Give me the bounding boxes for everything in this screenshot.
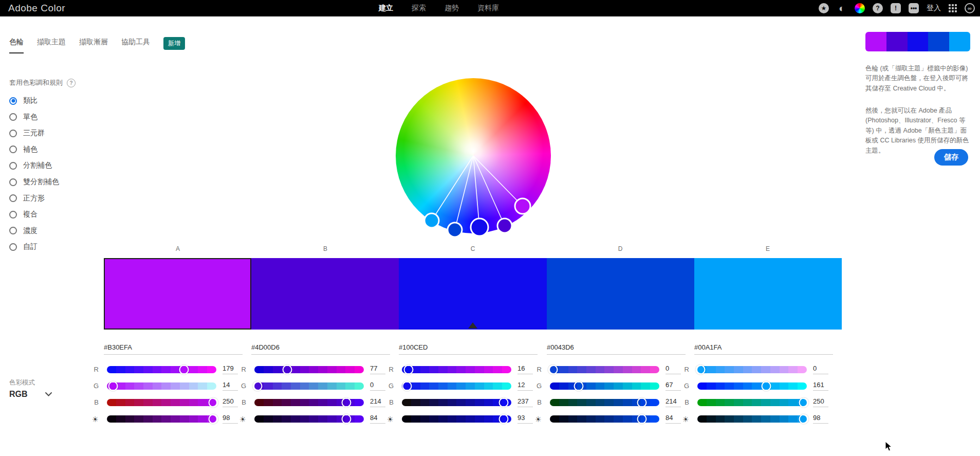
- slider-g-E[interactable]: [697, 382, 807, 390]
- slider-b-A[interactable]: [107, 399, 216, 406]
- swatch-D[interactable]: [547, 258, 694, 330]
- harmony-option-10[interactable]: 自訂: [9, 242, 38, 252]
- slider-r-C[interactable]: [402, 366, 511, 373]
- slider-g-B[interactable]: [254, 382, 364, 390]
- slider-brightness-B[interactable]: [254, 415, 364, 423]
- slider-brightness-A[interactable]: [107, 415, 216, 423]
- hex-field-C[interactable]: #100CED: [399, 343, 538, 355]
- slider-handle[interactable]: [108, 381, 118, 391]
- slider-handle[interactable]: [341, 414, 351, 424]
- theme-preview-strip[interactable]: [865, 32, 970, 51]
- slider-b-C[interactable]: [402, 399, 511, 406]
- hex-field-B[interactable]: #4D00D6: [251, 343, 390, 355]
- creative-cloud-icon[interactable]: ∞: [965, 3, 975, 13]
- slider-g-C[interactable]: [402, 382, 511, 390]
- channel-label-r: R: [87, 366, 99, 373]
- feedback-icon[interactable]: !: [891, 3, 901, 13]
- preview-strip-color-C: [908, 32, 929, 51]
- channel-label-g: G: [530, 382, 542, 390]
- channel-label-r: R: [235, 366, 246, 373]
- adobe-color-logo[interactable]: Adobe Color: [8, 0, 65, 16]
- harmony-option-5[interactable]: 分割補色: [9, 160, 52, 171]
- slider-handle[interactable]: [637, 414, 646, 424]
- chat-icon[interactable]: •••: [909, 3, 919, 13]
- slider-b-D[interactable]: [550, 399, 659, 406]
- harmony-option-1[interactable]: 類比: [9, 96, 38, 106]
- color-mode-select[interactable]: RGB: [9, 390, 52, 399]
- slider-handle[interactable]: [283, 365, 292, 375]
- slider-handle[interactable]: [208, 397, 218, 407]
- slider-handle[interactable]: [179, 365, 189, 375]
- save-button[interactable]: 儲存: [934, 149, 968, 166]
- slider-handle[interactable]: [498, 397, 508, 407]
- slider-value-brightness[interactable]: 98: [813, 414, 828, 424]
- channel-label-r: R: [530, 366, 542, 373]
- slider-handle[interactable]: [574, 381, 583, 391]
- hex-field-A[interactable]: #B30EFA: [104, 343, 243, 355]
- tab-color-wheel[interactable]: 色輪: [9, 38, 24, 53]
- nav-item-libraries[interactable]: 資料庫: [477, 4, 499, 13]
- color-wheel-icon[interactable]: .: [855, 3, 865, 13]
- slider-r-A[interactable]: [107, 366, 216, 373]
- slider-handle[interactable]: [548, 365, 558, 375]
- slider-handle[interactable]: [499, 414, 509, 424]
- swatch-A[interactable]: [104, 258, 251, 330]
- swatch-letter-D: D: [618, 245, 623, 252]
- slider-brightness-D[interactable]: [550, 415, 659, 423]
- slider-g-D[interactable]: [550, 382, 659, 390]
- slider-handle[interactable]: [799, 414, 808, 424]
- tab-extract-gradient[interactable]: 擷取漸層: [79, 38, 108, 53]
- harmony-option-4[interactable]: 補色: [9, 144, 38, 155]
- slider-handle[interactable]: [799, 397, 808, 407]
- swatch-B[interactable]: [251, 258, 399, 330]
- slider-handle[interactable]: [341, 397, 351, 407]
- nav-item-create[interactable]: 建立: [379, 4, 393, 13]
- contrast-icon[interactable]: ◐: [837, 3, 847, 13]
- slider-handle[interactable]: [762, 381, 771, 391]
- harmony-option-8[interactable]: 複合: [9, 209, 38, 220]
- nav-item-trends[interactable]: 趨勢: [445, 4, 459, 13]
- hex-field-E[interactable]: #00A1FA: [694, 343, 833, 355]
- slider-b-B[interactable]: [254, 399, 364, 406]
- wheel-handle-D[interactable]: [448, 223, 462, 237]
- nav-item-explore[interactable]: 探索: [412, 4, 426, 13]
- wheel-handle-C[interactable]: [471, 218, 488, 236]
- swatch-C[interactable]: [399, 258, 546, 330]
- harmony-option-3[interactable]: 三元群: [9, 128, 45, 138]
- slider-r-B[interactable]: [254, 366, 364, 373]
- harmony-option-7[interactable]: 正方形: [9, 193, 45, 204]
- slider-value-g[interactable]: 161: [813, 381, 828, 391]
- channel-label-b: B: [87, 398, 99, 406]
- slider-handle[interactable]: [404, 365, 414, 375]
- harmony-help-icon[interactable]: ?: [67, 79, 76, 87]
- slider-handle[interactable]: [253, 381, 263, 391]
- wheel-handle-A[interactable]: [515, 198, 530, 214]
- apps-grid-icon[interactable]: [949, 4, 957, 12]
- favorites-star-icon[interactable]: ★: [819, 3, 829, 13]
- swatch-E[interactable]: [694, 258, 842, 330]
- slider-handle[interactable]: [637, 397, 646, 407]
- slider-handle[interactable]: [402, 381, 412, 391]
- slider-brightness-C[interactable]: [402, 415, 511, 423]
- wheel-handle-B[interactable]: [497, 218, 512, 233]
- slider-handle[interactable]: [208, 414, 218, 424]
- tab-extract-theme[interactable]: 擷取主題: [37, 38, 66, 53]
- tab-accessibility[interactable]: 協助工具: [121, 38, 150, 53]
- harmony-option-9[interactable]: 濃度: [9, 226, 38, 236]
- slider-value-b[interactable]: 250: [813, 397, 828, 407]
- slider-g-A[interactable]: [107, 382, 216, 390]
- hex-field-D[interactable]: #0043D6: [547, 343, 686, 355]
- slider-r-D[interactable]: [550, 366, 659, 373]
- help-icon[interactable]: ?: [873, 3, 883, 13]
- slider-r-E[interactable]: [697, 366, 807, 373]
- harmony-option-6[interactable]: 雙分割補色: [9, 177, 59, 187]
- radio-icon: [9, 162, 17, 170]
- sign-in-link[interactable]: 登入: [927, 4, 941, 13]
- slider-b-E[interactable]: [697, 399, 807, 406]
- wheel-handle-E[interactable]: [424, 213, 439, 228]
- harmony-option-label: 濃度: [23, 226, 38, 235]
- slider-brightness-E[interactable]: [697, 415, 807, 423]
- harmony-option-2[interactable]: 單色: [9, 112, 38, 122]
- slider-handle[interactable]: [696, 365, 706, 375]
- slider-value-r[interactable]: 0: [813, 364, 828, 374]
